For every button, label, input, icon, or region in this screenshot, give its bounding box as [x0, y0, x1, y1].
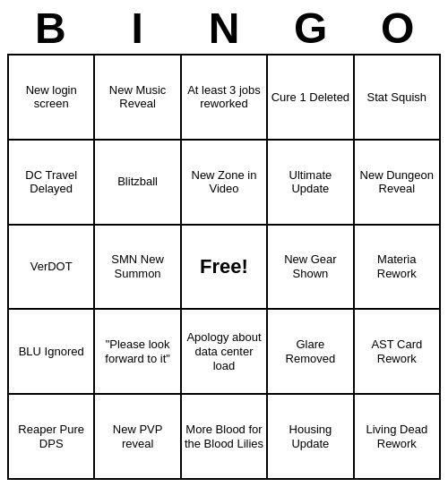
bingo-cell-r3-c3[interactable]: Glare Removed: [268, 310, 354, 395]
bingo-cell-r3-c4[interactable]: AST Card Rework: [355, 310, 441, 395]
bingo-cell-r2-c2[interactable]: Free!: [182, 226, 268, 311]
bingo-cell-r1-c3[interactable]: Ultimate Update: [268, 141, 354, 226]
bingo-cell-r2-c3[interactable]: New Gear Shown: [268, 226, 354, 311]
bingo-cell-r1-c0[interactable]: DC Travel Delayed: [9, 141, 95, 226]
bingo-cell-r1-c4[interactable]: New Dungeon Reveal: [355, 141, 441, 226]
bingo-cell-r0-c0[interactable]: New login screen: [9, 56, 95, 141]
bingo-cell-r2-c1[interactable]: SMN New Summon: [95, 226, 181, 311]
bingo-cell-r2-c0[interactable]: VerDOT: [9, 226, 95, 311]
bingo-header: BINGO: [7, 7, 441, 50]
header-letter-G: G: [267, 7, 354, 50]
bingo-cell-r2-c4[interactable]: Materia Rework: [355, 226, 441, 311]
header-letter-I: I: [94, 7, 181, 50]
bingo-cell-r0-c1[interactable]: New Music Reveal: [95, 56, 181, 141]
bingo-cell-r4-c2[interactable]: More Blood for the Blood Lilies: [182, 395, 268, 480]
bingo-cell-r3-c1[interactable]: "Please look forward to it": [95, 310, 181, 395]
bingo-cell-r0-c4[interactable]: Stat Squish: [355, 56, 441, 141]
bingo-cell-r3-c2[interactable]: Apology about data center load: [182, 310, 268, 395]
bingo-cell-r0-c3[interactable]: Cure 1 Deleted: [268, 56, 354, 141]
bingo-grid: New login screenNew Music RevealAt least…: [7, 54, 441, 480]
bingo-cell-r1-c2[interactable]: New Zone in Video: [182, 141, 268, 226]
header-letter-O: O: [354, 7, 441, 50]
bingo-cell-r3-c0[interactable]: BLU Ignored: [9, 310, 95, 395]
bingo-cell-r1-c1[interactable]: Blitzball: [95, 141, 181, 226]
bingo-cell-r4-c0[interactable]: Reaper Pure DPS: [9, 395, 95, 480]
bingo-cell-r0-c2[interactable]: At least 3 jobs reworked: [182, 56, 268, 141]
header-letter-B: B: [7, 7, 94, 50]
header-letter-N: N: [181, 7, 268, 50]
bingo-cell-r4-c1[interactable]: New PVP reveal: [95, 395, 181, 480]
bingo-cell-r4-c4[interactable]: Living Dead Rework: [355, 395, 441, 480]
bingo-cell-r4-c3[interactable]: Housing Update: [268, 395, 354, 480]
